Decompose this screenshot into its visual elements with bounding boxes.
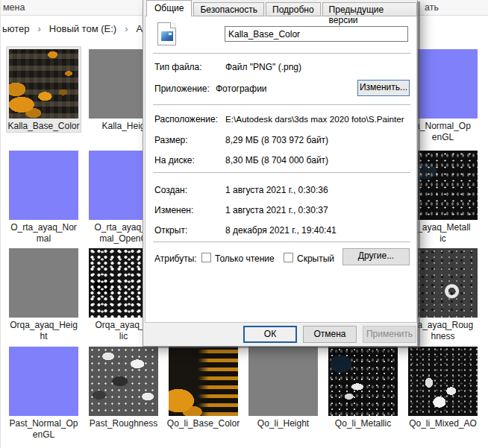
opened-value: 8 декабря 2021 г., 19:40:41 (225, 225, 337, 236)
file-thumbnail[interactable] (9, 248, 78, 318)
toolbar-partial-right[interactable]: ать (425, 2, 439, 13)
readonly-checkbox[interactable] (201, 253, 211, 262)
modified-label: Изменен: (154, 205, 193, 215)
ok-button[interactable]: ОК (243, 326, 297, 343)
separator (153, 53, 410, 54)
window-left-border (0, 0, 1, 448)
size-on-disk-value: 8,30 МБ (8 704 000 байт) (225, 155, 328, 165)
created-label: Создан: (154, 185, 187, 195)
file-properties-dialog: Общие Безопасность Подробно Предыдущие в… (143, 0, 418, 347)
opened-row: Открыт: 8 декабря 2021 г., 19:40:41 (146, 225, 416, 237)
file-tile[interactable]: Qo_li_Base_Color (166, 344, 240, 429)
size-row: Размер: 8,29 МБ (8 703 972 байт) (146, 135, 416, 147)
size-value: 8,29 МБ (8 703 972 байт) (225, 135, 328, 145)
other-attributes-button[interactable]: Другие... (342, 248, 410, 265)
file-tile[interactable]: Orqa_ayaq_Heig ht (7, 246, 81, 342)
general-tab-page: Тип файла: Файл "PNG" (.png) Приложение:… (145, 16, 417, 323)
apply-button[interactable]: Применить (363, 326, 416, 343)
file-tile[interactable]: Past_Roughness (87, 344, 160, 429)
dialog-tabbar: Общие Безопасность Подробно Предыдущие в… (146, 0, 417, 16)
change-app-button[interactable]: Изменить... (357, 80, 410, 96)
hidden-label: Скрытый (297, 253, 334, 264)
created-value: 1 августа 2021 г., 0:30:36 (225, 185, 328, 195)
file-name-label: Past_Normal_Op enGL (7, 418, 81, 441)
file-thumbnail[interactable] (9, 49, 78, 119)
photo-glyph (161, 31, 173, 41)
file-type-value: Файл "PNG" (.png) (225, 62, 301, 72)
file-thumbnail[interactable] (248, 347, 318, 416)
file-thumbnail[interactable] (328, 347, 398, 416)
toolbar-partial-left[interactable]: мена (3, 2, 25, 13)
file-type-label: Тип файла: (154, 62, 202, 72)
cancel-button[interactable]: Отмена (303, 326, 357, 343)
app-label: Приложение: (154, 83, 210, 94)
file-tile[interactable]: Qo_li_Height (246, 344, 320, 429)
file-tile[interactable]: Past_Normal_Op enGL (7, 344, 81, 441)
file-thumbnail[interactable] (9, 151, 78, 220)
file-name-label: Qo_li_Metallic (326, 418, 400, 429)
location-row: Расположение: E:\Autodesk dars\3ds max 2… (146, 114, 416, 126)
file-thumbnail[interactable] (169, 347, 238, 416)
file-thumbnail[interactable] (408, 49, 478, 119)
location-value: E:\Autodesk dars\3ds max 2020 foto\S.Pai… (225, 114, 404, 124)
size-on-disk-label: На диске: (154, 155, 195, 165)
separator (153, 172, 410, 173)
separator (153, 104, 410, 105)
tab-details[interactable]: Подробно (266, 2, 321, 16)
modified-row: Изменен: 1 августа 2021 г., 0:30:37 (146, 205, 416, 217)
chevron-right-icon: › (38, 23, 41, 34)
file-name-label: Qo_li_Base_Color (166, 418, 240, 429)
file-tile[interactable]: O_rta_ayaq_Nor mal (7, 148, 81, 244)
app-value: Фотографии (216, 83, 267, 94)
image-file-icon (157, 22, 176, 45)
file-name-input[interactable] (225, 26, 408, 42)
chevron-right-icon: › (125, 23, 128, 34)
readonly-label: Только чтение (215, 253, 275, 264)
tab-general[interactable]: Общие (146, 0, 192, 16)
file-name-label: Qo_li_Mixed_AO (406, 418, 480, 429)
file-name-label: Past_Roughness (87, 418, 160, 429)
file-name-label: O_rta_ayaq_Nor mal (7, 222, 81, 244)
file-name-label: Qo_li_Height (246, 418, 320, 429)
file-thumbnail[interactable] (89, 347, 158, 416)
page-fold-icon (171, 22, 176, 28)
file-thumbnail[interactable] (408, 151, 478, 220)
location-label: Расположение: (154, 114, 218, 124)
file-tile[interactable]: Kalla_Base_Color (7, 47, 81, 132)
file-thumbnail[interactable] (408, 347, 478, 416)
breadcrumb-item-computer[interactable]: ьютер (2, 23, 30, 34)
file-type-row: Тип файла: Файл "PNG" (.png) (146, 62, 416, 74)
modified-value: 1 августа 2021 г., 0:30:37 (225, 205, 328, 215)
tab-previous-versions[interactable]: Предыдущие версии (322, 2, 417, 16)
file-tile[interactable]: Qo_li_Metallic (326, 344, 400, 429)
separator (153, 242, 410, 242)
size-label: Размер: (154, 135, 188, 145)
file-name-label: Kalla_Base_Color (7, 121, 81, 132)
size-on-disk-row: На диске: 8,30 МБ (8 704 000 байт) (146, 155, 416, 167)
attributes-label: Атрибуты: (154, 253, 197, 264)
breadcrumb-item-drive[interactable]: Новый том (E:) (49, 23, 116, 34)
file-tile[interactable]: Qo_li_Mixed_AO (406, 344, 480, 429)
tab-security[interactable]: Безопасность (193, 2, 264, 16)
created-row: Создан: 1 августа 2021 г., 0:30:36 (146, 185, 416, 197)
opened-label: Открыт: (154, 225, 187, 236)
file-thumbnail[interactable] (9, 347, 78, 416)
file-thumbnail[interactable] (408, 248, 478, 318)
hidden-checkbox[interactable] (284, 253, 293, 262)
file-name-label: Orqa_ayaq_Heig ht (7, 320, 81, 342)
